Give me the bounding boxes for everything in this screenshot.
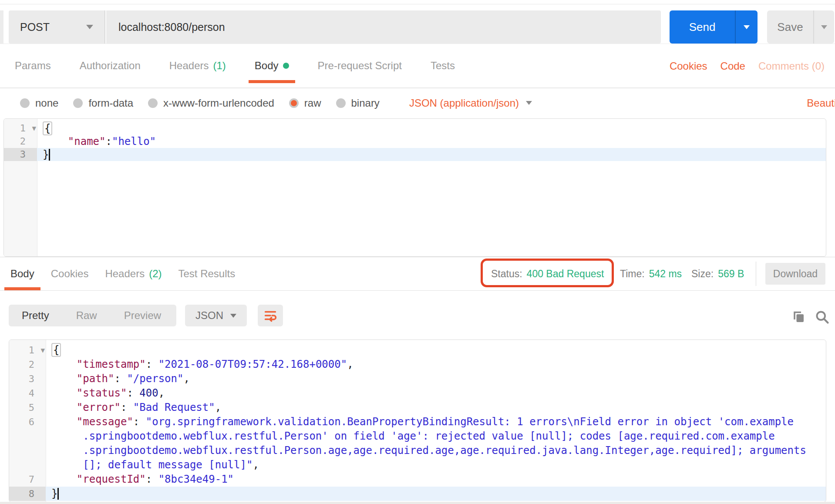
line-number — [9, 458, 46, 472]
radio-icon[interactable] — [73, 98, 83, 108]
size-value: 569 B — [718, 268, 744, 280]
code-line[interactable]: 2 "name":"hello" — [4, 135, 826, 148]
code-line[interactable]: 4 "status": 400, — [9, 386, 826, 400]
send-label[interactable]: Send — [670, 10, 736, 44]
body-type-binary-label: binary — [351, 97, 380, 109]
window-top-border — [0, 4, 835, 4]
chevron-down-icon — [821, 25, 827, 29]
tab-authorization-label: Authorization — [80, 60, 141, 72]
chevron-down-icon — [526, 101, 532, 105]
tab-tests[interactable]: Tests — [431, 60, 455, 72]
status-badge: Status: 400 Bad Request — [491, 257, 604, 290]
tab-authorization[interactable]: Authorization — [80, 60, 141, 72]
response-headers-count-badge: (2) — [149, 268, 162, 280]
code-line[interactable]: 8} — [9, 487, 826, 501]
comments-link[interactable]: Comments (0) — [758, 60, 825, 72]
tab-body[interactable]: Body — [255, 60, 289, 72]
status-label: Status: — [491, 268, 522, 280]
content-type-value: JSON (application/json) — [409, 97, 519, 109]
radio-icon[interactable] — [148, 98, 158, 108]
radio-icon[interactable] — [336, 98, 346, 108]
code-line[interactable]: 3 "path": "/person", — [9, 372, 826, 386]
size-badge: Size: 569 B — [691, 257, 744, 290]
code-text: "status": 400, — [46, 386, 826, 400]
code-line[interactable]: 1▾{ — [9, 343, 826, 357]
beautify-link[interactable]: Beautify — [807, 97, 835, 109]
code-line[interactable]: 1▾{ — [4, 122, 826, 135]
text-cursor — [49, 149, 50, 161]
code-line[interactable]: 5 "error": "Bad Request", — [9, 400, 826, 415]
code-text: "message": "org.springframework.validati… — [46, 415, 826, 429]
wrap-text-icon — [263, 308, 278, 323]
save-button[interactable]: Save — [767, 10, 834, 44]
line-number: 3 — [4, 148, 37, 161]
save-label[interactable]: Save — [767, 10, 814, 44]
radio-icon[interactable] — [20, 98, 30, 108]
code-line[interactable]: 7 "requestId": "8bc34e49-1" — [9, 472, 826, 487]
postman-request-view: POST localhost:8080/person Send Save Par… — [0, 0, 835, 504]
tab-response-cookies[interactable]: Cookies — [51, 268, 89, 280]
body-type-urlencoded[interactable]: x-www-form-urlencoded — [148, 97, 274, 109]
response-body-editor[interactable]: 1▾{2 "timestamp": "2021-08-07T09:57:42.1… — [9, 339, 826, 502]
code-line[interactable]: 6 "message": "org.springframework.valida… — [9, 415, 826, 429]
method-value: POST — [20, 21, 50, 34]
save-options-button[interactable] — [814, 10, 834, 44]
code-link[interactable]: Code — [721, 60, 745, 72]
view-pretty-button[interactable]: Pretty — [22, 309, 49, 322]
send-options-button[interactable] — [736, 10, 758, 44]
wrap-lines-button[interactable] — [258, 305, 283, 326]
view-mode-switch: Pretty Raw Preview — [9, 305, 176, 326]
sidebar-edge — [0, 10, 3, 44]
status-value: 400 Bad Request — [527, 268, 604, 280]
body-type-raw[interactable]: raw — [289, 97, 321, 109]
tab-tests-label: Tests — [431, 60, 455, 72]
window-bottom-edge — [0, 502, 835, 504]
headers-count-badge: (1) — [213, 60, 226, 72]
code-text: "error": "Bad Request", — [46, 400, 826, 415]
code-line[interactable]: []; default message [null]", — [9, 458, 826, 472]
tab-response-body[interactable]: Body — [10, 268, 34, 280]
code-line[interactable]: 3} — [4, 148, 826, 161]
tab-test-results[interactable]: Test Results — [178, 268, 235, 280]
url-value: localhost:8080/person — [118, 21, 225, 34]
copy-response-button[interactable] — [790, 308, 807, 326]
size-label: Size: — [691, 268, 714, 280]
active-tab-underline — [4, 287, 40, 290]
code-line[interactable]: 2 "timestamp": "2021-08-07T09:57:42.168+… — [9, 357, 826, 372]
tab-response-headers-label: Headers — [105, 268, 145, 280]
tab-headers[interactable]: Headers (1) — [169, 60, 226, 72]
time-label: Time: — [620, 268, 645, 280]
chevron-down-icon — [744, 25, 750, 29]
content-type-select[interactable]: JSON (application/json) — [409, 97, 532, 109]
download-button[interactable]: Download — [765, 263, 825, 285]
fold-caret-icon[interactable]: ▾ — [40, 343, 45, 357]
method-select[interactable]: POST — [9, 10, 105, 44]
view-raw-button[interactable]: Raw — [76, 309, 97, 322]
search-response-button[interactable] — [813, 308, 831, 326]
body-type-form-data[interactable]: form-data — [73, 97, 133, 109]
tab-response-headers[interactable]: Headers (2) — [105, 268, 162, 280]
view-preview-button[interactable]: Preview — [124, 309, 161, 322]
time-badge: Time: 542 ms — [620, 257, 682, 290]
send-button[interactable]: Send — [670, 10, 758, 44]
request-body-editor[interactable]: 1▾{2 "name":"hello"3} — [3, 118, 826, 257]
body-type-binary[interactable]: binary — [336, 97, 380, 109]
line-number: 1▾ — [4, 122, 37, 135]
body-type-row: none form-data x-www-form-urlencoded raw… — [0, 88, 835, 118]
radio-selected-icon[interactable] — [289, 98, 299, 108]
tab-response-body-label: Body — [10, 268, 34, 280]
body-type-raw-label: raw — [304, 97, 321, 109]
tab-pre-request-label: Pre-request Script — [318, 60, 402, 72]
tab-pre-request-script[interactable]: Pre-request Script — [318, 60, 402, 72]
url-input[interactable]: localhost:8080/person — [106, 10, 661, 44]
response-tabs: Body Cookies Headers (2) Test Results — [0, 257, 235, 290]
tab-params[interactable]: Params — [15, 60, 51, 72]
cookies-link[interactable]: Cookies — [670, 60, 707, 72]
code-line[interactable]: .springbootdemo.webflux.restful.Person.a… — [9, 444, 826, 458]
fold-caret-icon[interactable]: ▾ — [32, 122, 36, 135]
body-type-none[interactable]: none — [20, 97, 58, 109]
search-icon — [814, 309, 830, 325]
response-format-value: JSON — [195, 309, 223, 322]
response-format-select[interactable]: JSON — [185, 305, 247, 326]
code-line[interactable]: .springbootdemo.webflux.restful.Person' … — [9, 429, 826, 444]
